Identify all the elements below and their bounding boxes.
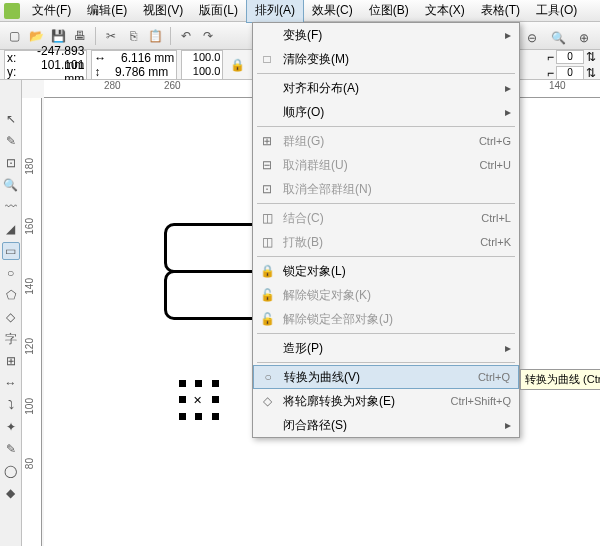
menu-item: ⊡取消全部群组(N) bbox=[253, 177, 519, 201]
handle-t[interactable] bbox=[195, 380, 202, 387]
menu-item[interactable]: 造形(P)▸ bbox=[253, 336, 519, 360]
menu-item[interactable]: 闭合路径(S)▸ bbox=[253, 413, 519, 437]
spinner-icon[interactable]: ⇅ bbox=[586, 66, 596, 80]
outline-tool-icon[interactable]: ◯ bbox=[2, 462, 20, 480]
menu-effects[interactable]: 效果(C) bbox=[304, 0, 361, 22]
menu-item-label: 闭合路径(S) bbox=[283, 417, 347, 434]
menu-item[interactable]: ○转换为曲线(V)Ctrl+Q bbox=[253, 365, 519, 389]
menu-item-label: 将轮廓转换为对象(E) bbox=[283, 393, 395, 410]
width-value[interactable]: 6.116 mm bbox=[108, 51, 176, 65]
menu-item-icon: □ bbox=[259, 51, 275, 67]
crop-tool-icon[interactable]: ⊡ bbox=[2, 154, 20, 172]
menu-item-label: 取消群组(U) bbox=[283, 157, 348, 174]
handle-tl[interactable] bbox=[179, 380, 186, 387]
lock-aspect-icon[interactable]: 🔒 bbox=[227, 55, 247, 75]
submenu-arrow-icon: ▸ bbox=[505, 341, 511, 355]
eyedropper-tool-icon[interactable]: ✎ bbox=[2, 440, 20, 458]
menu-arrange[interactable]: 排列(A) bbox=[246, 0, 304, 23]
menu-item-icon: 🔓 bbox=[259, 311, 275, 327]
submenu-arrow-icon: ▸ bbox=[505, 28, 511, 42]
paste-icon[interactable]: 📋 bbox=[145, 26, 165, 46]
print-icon[interactable]: 🖶 bbox=[70, 26, 90, 46]
menu-bitmap[interactable]: 位图(B) bbox=[361, 0, 417, 22]
freehand-tool-icon[interactable]: 〰 bbox=[2, 198, 20, 216]
menu-separator bbox=[257, 73, 515, 74]
menu-item[interactable]: □清除变换(M) bbox=[253, 47, 519, 71]
menu-item-icon: ⊞ bbox=[259, 133, 275, 149]
menu-item-icon: ◇ bbox=[259, 393, 275, 409]
zoom-tool-icon[interactable]: 🔍 bbox=[2, 176, 20, 194]
menu-text[interactable]: 文本(X) bbox=[417, 0, 473, 22]
cut-icon[interactable]: ✂ bbox=[101, 26, 121, 46]
menu-item-label: 对齐和分布(A) bbox=[283, 80, 359, 97]
menu-item-icon: 🔓 bbox=[259, 287, 275, 303]
handle-l[interactable] bbox=[179, 396, 186, 403]
dimension-box: ↔6.116 mm ↕9.786 mm bbox=[91, 50, 177, 80]
handle-br[interactable] bbox=[212, 413, 219, 420]
selected-object[interactable]: ✕ bbox=[179, 380, 219, 420]
handle-bl[interactable] bbox=[179, 413, 186, 420]
position-box: x:-247.893 mm y:101.101 mm bbox=[4, 50, 87, 80]
rectangle-tool-icon[interactable]: ▭ bbox=[2, 242, 20, 260]
new-icon[interactable]: ▢ bbox=[4, 26, 24, 46]
table-tool-icon[interactable]: ⊞ bbox=[2, 352, 20, 370]
menu-item[interactable]: 🔒锁定对象(L) bbox=[253, 259, 519, 283]
handle-b[interactable] bbox=[195, 413, 202, 420]
copy-icon[interactable]: ⎘ bbox=[123, 26, 143, 46]
redo-icon[interactable]: ↷ bbox=[198, 26, 218, 46]
scale-y[interactable]: 100.0 bbox=[182, 65, 222, 79]
corner-value-1[interactable]: 0 bbox=[556, 50, 584, 64]
menu-item-label: 造形(P) bbox=[283, 340, 323, 357]
menu-item[interactable]: 变换(F)▸ bbox=[253, 23, 519, 47]
menu-item-label: 清除变换(M) bbox=[283, 51, 349, 68]
menu-item-label: 结合(C) bbox=[283, 210, 324, 227]
scale-x[interactable]: 100.0 bbox=[182, 51, 222, 65]
pick-tool-icon[interactable]: ↖ bbox=[2, 110, 20, 128]
menu-item-shortcut: Ctrl+G bbox=[479, 135, 511, 147]
handle-tr[interactable] bbox=[212, 380, 219, 387]
fill-tool-icon[interactable]: ◆ bbox=[2, 484, 20, 502]
zoom-in-icon[interactable]: 🔍 bbox=[548, 28, 568, 48]
menu-item-icon: ◫ bbox=[259, 210, 275, 226]
ruler-tick: 160 bbox=[24, 218, 35, 235]
height-value[interactable]: 9.786 mm bbox=[102, 65, 170, 79]
connector-tool-icon[interactable]: ⤵ bbox=[2, 396, 20, 414]
separator bbox=[95, 27, 96, 45]
open-icon[interactable]: 📂 bbox=[26, 26, 46, 46]
menu-item: ◫结合(C)Ctrl+L bbox=[253, 206, 519, 230]
save-icon[interactable]: 💾 bbox=[48, 26, 68, 46]
spinner-icon[interactable]: ⇅ bbox=[586, 50, 596, 64]
toolbox: ↖ ✎ ⊡ 🔍 〰 ◢ ▭ ○ ⬠ ◇ 字 ⊞ ↔ ⤵ ✦ ✎ ◯ ◆ bbox=[0, 80, 22, 546]
menu-separator bbox=[257, 333, 515, 334]
menu-view[interactable]: 视图(V) bbox=[135, 0, 191, 22]
menu-file[interactable]: 文件(F) bbox=[24, 0, 79, 22]
menu-table[interactable]: 表格(T) bbox=[473, 0, 528, 22]
zoom-out-icon[interactable]: ⊖ bbox=[522, 28, 542, 48]
submenu-arrow-icon: ▸ bbox=[505, 105, 511, 119]
undo-icon[interactable]: ↶ bbox=[176, 26, 196, 46]
menu-tools[interactable]: 工具(O) bbox=[528, 0, 585, 22]
smart-fill-icon[interactable]: ◢ bbox=[2, 220, 20, 238]
menu-item-label: 解除锁定对象(K) bbox=[283, 287, 371, 304]
zoom-controls: ⊖ 🔍 ⊕ bbox=[522, 28, 594, 48]
menu-item-shortcut: Ctrl+Shift+Q bbox=[450, 395, 511, 407]
text-tool-icon[interactable]: 字 bbox=[2, 330, 20, 348]
menu-item[interactable]: 对齐和分布(A)▸ bbox=[253, 76, 519, 100]
corner-value-2[interactable]: 0 bbox=[556, 66, 584, 80]
menu-layout[interactable]: 版面(L) bbox=[191, 0, 246, 22]
zoom-fit-icon[interactable]: ⊕ bbox=[574, 28, 594, 48]
handle-r[interactable] bbox=[212, 396, 219, 403]
arrange-dropdown: 变换(F)▸□清除变换(M)对齐和分布(A)▸顺序(O)▸⊞群组(G)Ctrl+… bbox=[252, 22, 520, 438]
shape-tool-icon[interactable]: ✎ bbox=[2, 132, 20, 150]
menu-item[interactable]: ◇将轮廓转换为对象(E)Ctrl+Shift+Q bbox=[253, 389, 519, 413]
basic-shapes-icon[interactable]: ◇ bbox=[2, 308, 20, 326]
submenu-arrow-icon: ▸ bbox=[505, 418, 511, 432]
ellipse-tool-icon[interactable]: ○ bbox=[2, 264, 20, 282]
menu-item[interactable]: 顺序(O)▸ bbox=[253, 100, 519, 124]
dimension-tool-icon[interactable]: ↔ bbox=[2, 374, 20, 392]
menu-item-icon: ⊟ bbox=[259, 157, 275, 173]
menu-edit[interactable]: 编辑(E) bbox=[79, 0, 135, 22]
ruler-tick: 120 bbox=[24, 338, 35, 355]
interactive-tool-icon[interactable]: ✦ bbox=[2, 418, 20, 436]
polygon-tool-icon[interactable]: ⬠ bbox=[2, 286, 20, 304]
